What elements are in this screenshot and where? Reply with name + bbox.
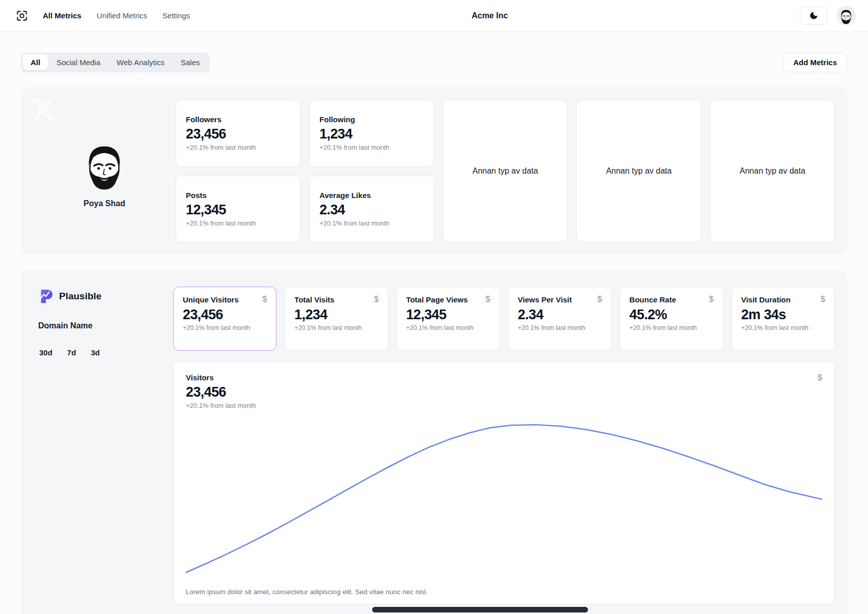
nav-all-metrics[interactable]: All Metrics bbox=[43, 11, 81, 20]
metric-delta: +20.1% from last month bbox=[406, 324, 490, 331]
metric-value: 23,456 bbox=[186, 126, 290, 142]
metric-delta: +20.1% from last month bbox=[294, 324, 378, 331]
profile-illustration bbox=[82, 141, 127, 194]
top-navbar: All Metrics Unified Metrics Settings Acm… bbox=[0, 0, 868, 32]
nav-unified-metrics[interactable]: Unified Metrics bbox=[97, 11, 147, 20]
metric-label: Total Visits bbox=[294, 295, 334, 304]
metric-value: 1,234 bbox=[319, 126, 424, 142]
metric-delta: +20.1% from last month bbox=[319, 219, 424, 227]
metric-label: Total Page Views bbox=[406, 295, 468, 304]
social-media-section: Poya Shad Followers 23,456 +20.1% from l… bbox=[21, 88, 847, 255]
metric-delta: +20.1% from last month bbox=[186, 144, 290, 151]
metric-label: Average Likes bbox=[319, 191, 424, 200]
metric-value: 12,345 bbox=[406, 307, 490, 323]
chart-caption: Lorem ipsum dolor sit amet, consectetur … bbox=[186, 588, 822, 596]
metric-delta: +20.1% from last month bbox=[629, 324, 713, 331]
dollar-icon: $ bbox=[374, 295, 379, 304]
plausible-provider-name: Plausible bbox=[59, 291, 101, 302]
metric-value: 45.2% bbox=[629, 307, 713, 323]
metric-card-visit-duration[interactable]: Visit Duration $ 2m 34s +20.1% from last… bbox=[732, 287, 835, 351]
chart-title: Visitors bbox=[186, 373, 256, 382]
metric-card-total-visits[interactable]: Total Visits $ 1,234 +20.1% from last mo… bbox=[285, 287, 388, 351]
theme-toggle-button[interactable] bbox=[800, 7, 827, 25]
plausible-sidebar: Plausible Domain Name 30d 7d 3d bbox=[33, 287, 173, 614]
metric-card-posts[interactable]: Posts 12,345 +20.1% from last month bbox=[176, 176, 300, 243]
metric-value: 23,456 bbox=[183, 307, 267, 323]
metric-value: 2.34 bbox=[319, 202, 424, 218]
web-analytics-section: Plausible Domain Name 30d 7d 3d Unique V… bbox=[21, 270, 847, 614]
metric-card-total-page-views[interactable]: Total Page Views $ 12,345 +20.1% from la… bbox=[397, 287, 500, 351]
dollar-icon: $ bbox=[262, 295, 267, 304]
metric-delta: +20.1% from last month bbox=[186, 219, 290, 227]
social-profile: Poya Shad bbox=[33, 100, 176, 242]
company-title: Acme Inc bbox=[471, 11, 508, 20]
chart-delta: +20.1% from last month bbox=[186, 402, 256, 409]
plausible-logo-icon bbox=[38, 289, 53, 304]
tab-sales[interactable]: Sales bbox=[173, 54, 208, 70]
range-button-30d[interactable]: 30d bbox=[38, 347, 53, 358]
dollar-icon: $ bbox=[709, 295, 714, 304]
x-logo-icon bbox=[32, 98, 55, 121]
user-avatar[interactable] bbox=[836, 6, 856, 25]
metric-card-following[interactable]: Following 1,234 +20.1% from last month bbox=[309, 100, 434, 167]
filter-toolbar: All Social Media Web Analytics Sales Add… bbox=[21, 52, 847, 72]
range-button-7d[interactable]: 7d bbox=[66, 347, 77, 358]
metric-delta: +20.1% from last month bbox=[183, 324, 267, 331]
placeholder-label: Annan typ av data bbox=[606, 166, 671, 176]
dollar-icon: $ bbox=[821, 295, 825, 304]
chart-value: 23,456 bbox=[186, 384, 256, 400]
metric-card-followers[interactable]: Followers 23,456 +20.1% from last month bbox=[176, 100, 300, 167]
visitors-line-series bbox=[186, 425, 822, 572]
metric-label: Followers bbox=[186, 115, 290, 124]
profile-name: Poya Shad bbox=[83, 199, 125, 208]
main-nav: All Metrics Unified Metrics Settings bbox=[43, 11, 190, 20]
dollar-icon: $ bbox=[597, 295, 602, 304]
avatar-face-illustration bbox=[838, 8, 854, 25]
range-button-3d[interactable]: 3d bbox=[90, 347, 101, 358]
plausible-metrics-grid: Unique Visitors $ 23,456 +20.1% from las… bbox=[173, 287, 835, 351]
placeholder-card[interactable]: Annan typ av data bbox=[443, 100, 568, 242]
metric-delta: +20.1% from last month bbox=[741, 324, 825, 331]
visitors-line-chart bbox=[186, 412, 822, 580]
metric-value: 2m 34s bbox=[741, 307, 825, 323]
tab-web-analytics[interactable]: Web Analytics bbox=[109, 54, 172, 70]
metric-delta: +20.1% from last month bbox=[518, 324, 602, 331]
nav-settings[interactable]: Settings bbox=[162, 11, 190, 20]
dollar-icon: $ bbox=[818, 373, 822, 382]
add-metrics-button[interactable]: Add Metrics bbox=[783, 52, 847, 72]
moon-icon bbox=[809, 11, 819, 20]
metric-value: 12,345 bbox=[186, 202, 290, 218]
domain-name-label: Domain Name bbox=[38, 321, 173, 330]
tab-all[interactable]: All bbox=[23, 54, 48, 70]
focus-scan-icon[interactable] bbox=[14, 8, 30, 23]
metric-label: Following bbox=[319, 115, 424, 124]
category-tabs: All Social Media Web Analytics Sales bbox=[21, 52, 210, 72]
visitors-chart-card: Visitors 23,456 +20.1% from last month $… bbox=[173, 361, 835, 604]
metric-card-bounce-rate[interactable]: Bounce Rate $ 45.2% +20.1% from last mon… bbox=[620, 287, 723, 351]
metric-label: Bounce Rate bbox=[629, 295, 676, 304]
dollar-icon: $ bbox=[486, 295, 490, 304]
metric-card-views-per-visit[interactable]: Views Per Visit $ 2.34 +20.1% from last … bbox=[508, 287, 611, 351]
metric-label: Views Per Visit bbox=[518, 295, 572, 304]
metric-label: Visit Duration bbox=[741, 295, 791, 304]
placeholder-card[interactable]: Annan typ av data bbox=[576, 100, 701, 242]
social-metrics-grid: Followers 23,456 +20.1% from last month … bbox=[176, 100, 835, 242]
placeholder-label: Annan typ av data bbox=[740, 166, 805, 176]
metric-card-unique-visitors[interactable]: Unique Visitors $ 23,456 +20.1% from las… bbox=[173, 287, 276, 351]
metric-delta: +20.1% from last month bbox=[319, 144, 424, 151]
metric-label: Posts bbox=[186, 191, 290, 200]
date-range-buttons: 30d 7d 3d bbox=[38, 347, 173, 358]
metric-card-average-likes[interactable]: Average Likes 2.34 +20.1% from last mont… bbox=[309, 176, 434, 243]
metric-label: Unique Visitors bbox=[183, 295, 239, 304]
metric-value: 2.34 bbox=[518, 307, 602, 323]
placeholder-label: Annan typ av data bbox=[472, 166, 538, 176]
horizontal-scrollbar-thumb[interactable] bbox=[372, 607, 588, 612]
tab-social-media[interactable]: Social Media bbox=[49, 54, 108, 70]
metric-value: 1,234 bbox=[294, 307, 378, 323]
placeholder-card[interactable]: Annan typ av data bbox=[710, 100, 835, 242]
